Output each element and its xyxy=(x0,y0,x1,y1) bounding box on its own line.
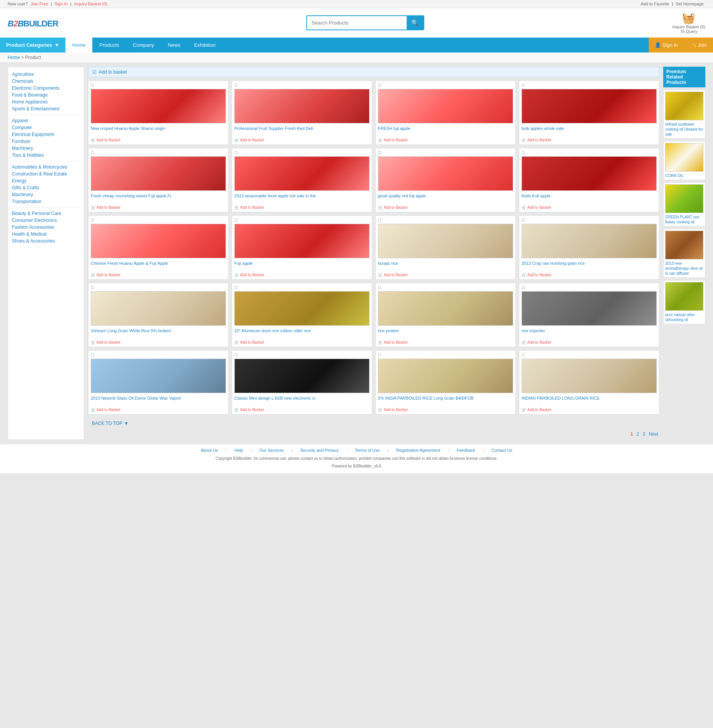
sidebar-product[interactable]: GREEN PLANT sun flower cooking oil xyxy=(663,182,705,226)
cat-health[interactable]: Health & Medical xyxy=(12,231,80,238)
cat-electronic-components[interactable]: Electronic Components xyxy=(12,85,80,92)
footer-about[interactable]: About Us xyxy=(201,448,218,453)
back-to-top[interactable]: BACK TO TOP ▼ xyxy=(88,418,659,428)
sidebar-product[interactable]: pure natural olive oil/cooking oil xyxy=(663,280,705,324)
add-to-basket[interactable]: 🛒Add to Basket xyxy=(522,408,657,412)
product-card[interactable]: ☐ 2013 Newest Glass Oil Dome Globe Wax V… xyxy=(88,350,229,415)
add-to-basket[interactable]: 🛒Add to Basket xyxy=(234,205,370,210)
product-card[interactable]: ☐ Chinese Fresh Huaniu Apple & Fuji Appl… xyxy=(88,215,229,280)
product-card[interactable]: ☐ FRESH fuji apple 🛒Add to Basket xyxy=(375,80,516,145)
product-card[interactable]: ☐ konjac rice 🛒Add to Basket xyxy=(375,215,516,280)
page-2[interactable]: 2 xyxy=(636,431,639,437)
product-card[interactable]: ☐ 2013 Crop raw rice/long grain rice 🛒Ad… xyxy=(519,215,659,280)
add-to-basket[interactable]: 🛒Add to Basket xyxy=(234,408,370,412)
footer-contact[interactable]: Contact Us xyxy=(492,448,512,453)
cat-computer[interactable]: Computer xyxy=(12,124,80,131)
add-to-basket[interactable]: 🛒Add to Basket xyxy=(91,340,226,344)
inquiry-basket-link[interactable]: Inquiry Basket (0) xyxy=(74,2,107,6)
add-to-basket[interactable]: 🛒Add to Basket xyxy=(378,205,513,210)
cat-gifts[interactable]: Gifts & Crafts xyxy=(12,184,80,191)
product-card[interactable]: ☐ rice importer 🛒Add to Basket xyxy=(519,283,659,347)
sign-in-button[interactable]: 👤 Sign In xyxy=(649,38,684,52)
set-homepage-link[interactable]: Set Homepage xyxy=(676,2,704,6)
add-to-basket-bar[interactable]: ☑ Add to basket xyxy=(88,67,659,77)
product-card[interactable]: ☐ Classic Mini design L B2B new electron… xyxy=(232,350,372,415)
cat-home-appliances[interactable]: Home Appliances xyxy=(12,98,80,105)
footer-security[interactable]: Security and Privacy xyxy=(300,448,339,453)
footer-registration[interactable]: Registration Agreement xyxy=(396,448,440,453)
footer-terms[interactable]: Terms of Use xyxy=(355,448,380,453)
cat-transportation[interactable]: Transportation xyxy=(12,198,80,205)
add-favorite-link[interactable]: Add to Favorite xyxy=(641,2,669,6)
cat-automobiles[interactable]: Automobiles & Motorcycles xyxy=(12,164,80,171)
join-button[interactable]: ✏️ Join xyxy=(684,38,713,52)
product-card[interactable]: ☐ Fuji apple 🛒Add to Basket xyxy=(232,215,372,280)
sign-in-link[interactable]: Sign In xyxy=(54,2,67,6)
footer-help[interactable]: Help xyxy=(234,448,243,453)
add-to-basket[interactable]: 🛒Add to Basket xyxy=(234,273,370,277)
add-to-basket[interactable]: 🛒Add to Basket xyxy=(378,340,513,344)
product-card[interactable]: ☐ rice protein 🛒Add to Basket xyxy=(375,283,516,347)
add-to-basket[interactable]: 🛒Add to Basket xyxy=(91,205,226,210)
product-card[interactable]: ☐ 5% INDIA PARBOILED RICE Long Grain $40… xyxy=(375,350,516,415)
breadcrumb-home[interactable]: Home xyxy=(8,55,20,60)
sidebar-product[interactable]: CORN OIL xyxy=(663,141,705,180)
add-to-basket[interactable]: 🛒Add to Basket xyxy=(91,273,226,277)
cat-fashion[interactable]: Fashion Accessories xyxy=(12,224,80,231)
footer-services[interactable]: Our Services xyxy=(259,448,284,453)
cat-machinery[interactable]: Machinery xyxy=(12,145,80,152)
add-to-basket[interactable]: 🛒Add to Basket xyxy=(522,138,657,142)
add-to-basket[interactable]: 🛒Add to Basket xyxy=(91,138,226,142)
product-title: bulk apples whole sale xyxy=(522,126,657,136)
sidebar-product[interactable]: 2013 new aromatherapy olive oil in can d… xyxy=(663,229,705,278)
nav-home[interactable]: Home xyxy=(65,38,93,52)
add-to-basket[interactable]: 🛒Add to Basket xyxy=(522,340,657,344)
product-card[interactable]: ☐ fresh fruit apple 🛒Add to Basket xyxy=(519,148,659,212)
add-to-basket[interactable]: 🛒Add to Basket xyxy=(378,138,513,142)
product-card[interactable]: ☐ 10" Aluminum drum rice rubber roller r… xyxy=(232,283,372,347)
product-card[interactable]: ☐ Vietnam Long Grain White Rice 5% broke… xyxy=(88,283,229,347)
cat-furniture[interactable]: Furniture xyxy=(12,138,80,145)
search-button[interactable]: 🔍 xyxy=(407,16,424,30)
add-to-basket[interactable]: 🛒Add to Basket xyxy=(378,408,513,412)
cat-chemicals[interactable]: Chemicals xyxy=(12,78,80,85)
product-card[interactable]: ☐ bulk apples whole sale 🛒Add to Basket xyxy=(519,80,659,145)
add-to-basket[interactable]: 🛒Add to Basket xyxy=(234,138,370,142)
search-input[interactable] xyxy=(307,17,407,29)
cat-electrical[interactable]: Electrical Equipment xyxy=(12,131,80,138)
cat-construction[interactable]: Construction & Real Estate xyxy=(12,171,80,177)
cat-food-beverage[interactable]: Food & Beverage xyxy=(12,92,80,98)
add-to-basket[interactable]: 🛒Add to Basket xyxy=(522,205,657,210)
page-next[interactable]: Next xyxy=(649,431,658,437)
cat-beauty[interactable]: Beauty & Personal Care xyxy=(12,210,80,217)
product-card[interactable]: ☐ Fresh cheap nourishing sweet Fuji appl… xyxy=(88,148,229,212)
cat-consumer-electronics[interactable]: Consumer Electronics xyxy=(12,217,80,224)
add-to-basket[interactable]: 🛒Add to Basket xyxy=(522,273,657,277)
nav-news[interactable]: News xyxy=(161,38,187,52)
product-card[interactable]: ☐ New croped Huaniu Apple Shanxi origin … xyxy=(88,80,229,145)
product-card[interactable]: ☐ INDIAN PARBOILED LONG GRAIN RICE 🛒Add … xyxy=(519,350,659,415)
basket-label[interactable]: Inquiry Basket (0) xyxy=(672,25,705,29)
nav-exhibition[interactable]: Exhibition xyxy=(187,38,222,52)
cat-shoes[interactable]: Shoes & Accessories xyxy=(12,238,80,244)
footer-feedback[interactable]: Feedback xyxy=(457,448,475,453)
product-card[interactable]: ☐ good quality red fuji apple 🛒Add to Ba… xyxy=(375,148,516,212)
page-3[interactable]: 3 xyxy=(643,431,645,437)
cat-sports[interactable]: Sports & Entertainment xyxy=(12,105,80,112)
add-to-basket[interactable]: 🛒Add to Basket xyxy=(378,273,513,277)
sidebar-product[interactable]: refined sunflower cooking oil Ukraine fo… xyxy=(663,90,705,139)
nav-company[interactable]: Company xyxy=(126,38,161,52)
add-to-basket[interactable]: 🛒Add to Basket xyxy=(91,408,226,412)
cat-machinery2[interactable]: Machinery xyxy=(12,191,80,198)
nav-products[interactable]: Products xyxy=(92,38,126,52)
product-card[interactable]: ☐ 2013 seasonable fresh apple hot sale i… xyxy=(232,148,372,212)
product-card[interactable]: ☐ Professional Fruit Supplier Fresh Red … xyxy=(232,80,372,145)
categories-button[interactable]: Product Categories ▼ xyxy=(0,38,65,52)
cat-agriculture[interactable]: Agriculture xyxy=(12,71,80,78)
join-free-link[interactable]: Join Free xyxy=(31,2,48,6)
cat-energy[interactable]: Energy xyxy=(12,177,80,184)
logo[interactable]: B2BBUILDER xyxy=(8,17,58,29)
cat-apparel[interactable]: Apparel xyxy=(12,117,80,124)
add-to-basket[interactable]: 🛒Add to Basket xyxy=(234,340,370,344)
cat-toys[interactable]: Toys & Hobbies xyxy=(12,152,80,159)
